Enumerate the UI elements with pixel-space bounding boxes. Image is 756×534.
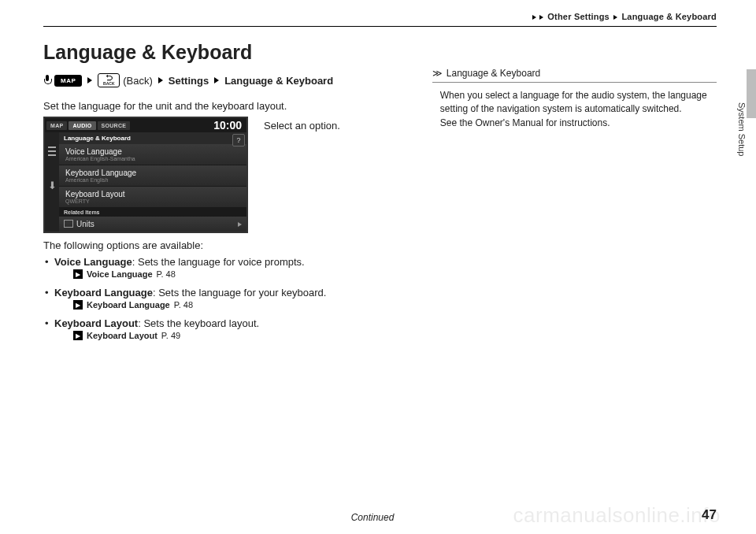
ref-page: P. 49 (161, 331, 180, 340)
option-rest: : Sets the language for voice prompts. (132, 256, 305, 268)
option-ref: ▶ Keyboard Language P. 48 (73, 300, 409, 310)
option-name: Keyboard Language (54, 287, 153, 299)
description: Set the language for the unit and the ke… (43, 100, 409, 112)
triangle-icon (539, 15, 543, 20)
path-lang: Language & Keyboard (224, 75, 333, 87)
screen-item: Voice Language American English-Samantha (59, 144, 246, 165)
triangle-icon (158, 77, 163, 83)
divider (43, 26, 717, 27)
note-icon: ≫ (432, 68, 443, 79)
item-title: Voice Language (65, 147, 240, 156)
screen-tab-map: MAP (46, 121, 67, 130)
triangle-icon (613, 15, 617, 20)
screen-item: Keyboard Layout QWERTY (59, 187, 246, 208)
nav-path: MAP ⮌ BACK (Back) Settings Language & Ke… (43, 73, 409, 87)
option-row: Voice Language: Sets the language for vo… (43, 256, 409, 268)
section-tab (747, 69, 756, 118)
chevron-right-icon (238, 222, 242, 227)
back-chip: ⮌ BACK (98, 73, 120, 87)
breadcrumb: Other Settings Language & Keyboard (43, 12, 717, 21)
note-head-text: Language & Keyboard (447, 68, 540, 79)
ref-icon: ▶ (73, 300, 83, 310)
option-ref: ▶ Keyboard Layout P. 49 (73, 331, 409, 340)
triangle-icon (532, 15, 536, 20)
screen-tab-audio: AUDIO (69, 121, 95, 130)
screenshot: MAP AUDIO SOURCE 10:00 ⬇ ? Language & Ke… (43, 117, 248, 233)
screen-units: Units (59, 217, 246, 232)
menu-icon (48, 146, 56, 156)
option-ref: ▶ Voice Language P. 48 (73, 269, 409, 279)
ref-label: Keyboard Layout (87, 331, 158, 340)
breadcrumb-a: Other Settings (547, 12, 610, 21)
down-arrow-icon: ⬇ (48, 180, 57, 191)
units-label: Units (76, 220, 94, 228)
back-chip-label: BACK (103, 82, 114, 86)
screen-related: Related Items (59, 208, 246, 217)
note-p2: See the Owner's Manual for instructions. (440, 117, 713, 130)
item-sub: American English-Samantha (65, 156, 240, 161)
screen-header: Language & Keyboard (59, 132, 246, 144)
option-name: Keyboard Layout (54, 317, 138, 329)
triangle-icon (214, 77, 219, 83)
triangle-icon (87, 77, 92, 83)
map-chip: MAP (54, 75, 82, 87)
help-icon: ? (232, 134, 245, 146)
ref-label: Voice Language (87, 269, 153, 279)
section-label: System Setup (737, 102, 747, 156)
option-rest: : Sets the language for your keyboard. (153, 287, 326, 299)
options-intro: The following options are available: (43, 239, 409, 251)
ref-label: Keyboard Language (87, 300, 170, 310)
screen-clock: 10:00 (213, 119, 246, 132)
option-name: Voice Language (54, 256, 132, 268)
option-row: Keyboard Language: Sets the language for… (43, 287, 409, 299)
ref-icon: ▶ (73, 331, 83, 340)
page-title: Language & Keyboard (43, 41, 409, 64)
ref-page: P. 48 (174, 300, 193, 310)
main-column: Language & Keyboard MAP ⮌ BACK (Back) Se… (43, 41, 409, 348)
item-sub: QWERTY (65, 198, 240, 204)
path-settings: Settings (169, 75, 209, 87)
note-column: ≫ Language & Keyboard When you select a … (432, 41, 717, 348)
back-word: (Back) (123, 75, 153, 87)
screen-item: Keyboard Language American English (59, 165, 246, 187)
note-body: When you select a language for the audio… (432, 83, 717, 130)
note-p1: When you select a language for the audio… (440, 89, 713, 117)
screen-sidebar: ⬇ (45, 132, 59, 232)
item-title: Keyboard Language (65, 169, 240, 177)
breadcrumb-b: Language & Keyboard (621, 12, 717, 21)
mic-icon (43, 75, 51, 87)
item-title: Keyboard Layout (65, 190, 240, 198)
ref-icon: ▶ (73, 269, 83, 279)
item-sub: American English (65, 177, 240, 183)
ref-page: P. 48 (157, 269, 176, 279)
screen-topbar: MAP AUDIO SOURCE 10:00 (45, 118, 246, 132)
option-rest: : Sets the keyboard layout. (138, 317, 259, 329)
instruction: Select an option. (264, 120, 340, 132)
option-row: Keyboard Layout: Sets the keyboard layou… (43, 317, 409, 329)
screen-tab-source: SOURCE (98, 121, 131, 130)
watermark: carmanualsonline.info (513, 503, 721, 528)
note-heading: ≫ Language & Keyboard (432, 68, 717, 83)
